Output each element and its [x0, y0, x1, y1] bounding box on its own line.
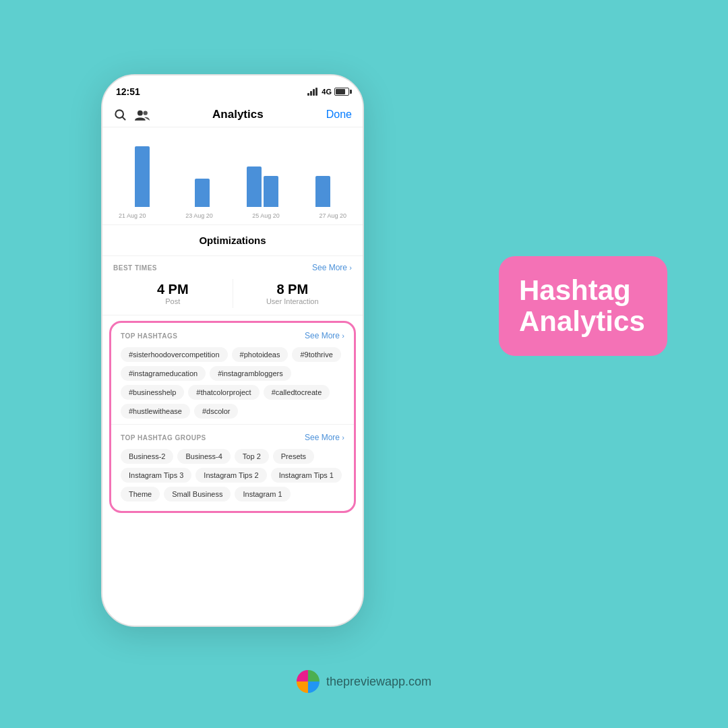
- phone-mockup: 12:51 4G: [101, 74, 364, 627]
- chart-label-3: 25 Aug 20: [252, 212, 280, 219]
- group-item[interactable]: Presets: [273, 449, 314, 464]
- top-hashtags-see-more[interactable]: See More ›: [305, 331, 344, 340]
- optimizations-title: Optimizations: [113, 235, 352, 246]
- hashtag-analytics-card: Hashtag Analytics: [499, 256, 667, 356]
- hashtag-item[interactable]: #dscolor: [194, 404, 239, 419]
- hashtag-analytics-line1: Hashtag: [519, 275, 647, 306]
- chart-label-1: 21 Aug 20: [119, 212, 146, 219]
- post-time-desc: Post: [113, 297, 233, 305]
- svg-point-3: [144, 111, 148, 115]
- group-item[interactable]: Instagram Tips 2: [195, 468, 266, 483]
- battery-icon: [334, 88, 349, 96]
- best-time-post: 4 PM Post: [113, 279, 233, 308]
- hashtag-item[interactable]: #sisterhoodovercompetition: [121, 347, 228, 362]
- top-hashtags-chevron: ›: [342, 332, 344, 340]
- svg-point-2: [138, 111, 143, 116]
- top-groups-section: TOP HASHTAG GROUPS See More › Business-2…: [111, 425, 354, 511]
- chart-bar-4: [315, 176, 330, 207]
- group-item[interactable]: Top 2: [235, 449, 269, 464]
- hashtag-item[interactable]: #9tothrive: [292, 347, 340, 362]
- top-groups-label: TOP HASHTAG GROUPS: [121, 434, 206, 442]
- group-item[interactable]: Instagram Tips 1: [271, 468, 342, 483]
- top-groups-see-more[interactable]: See More ›: [305, 433, 344, 442]
- network-label: 4G: [322, 88, 332, 96]
- status-icons: 4G: [307, 88, 349, 96]
- header-left-icons: [113, 108, 150, 121]
- hashtag-analytics-line2: Analytics: [519, 306, 647, 337]
- group-item[interactable]: Business-4: [177, 449, 230, 464]
- top-groups-chevron: ›: [342, 433, 344, 442]
- best-times-chevron: ›: [349, 264, 352, 272]
- chart-bar-1: [135, 146, 150, 207]
- svg-line-1: [123, 117, 125, 120]
- brand-logo-icon: [297, 670, 320, 693]
- top-groups-header: TOP HASHTAG GROUPS See More ›: [121, 433, 344, 442]
- chart-label-2: 23 Aug 20: [185, 212, 213, 219]
- brand-url: thepreviewapp.com: [326, 675, 431, 689]
- interaction-time-desc: User Interaction: [233, 297, 353, 305]
- group-item[interactable]: Theme: [121, 487, 160, 502]
- header-title: Analytics: [212, 108, 264, 121]
- done-button[interactable]: Done: [326, 109, 352, 121]
- hashtag-item[interactable]: #businesshelp: [121, 385, 184, 400]
- interaction-time-value: 8 PM: [233, 282, 353, 297]
- people-icon[interactable]: [135, 108, 150, 121]
- group-grid: Business-2 Business-4 Top 2 Presets Inst…: [121, 449, 344, 502]
- hashtag-item[interactable]: #calledtocreate: [264, 385, 330, 400]
- hashtag-item[interactable]: #instagrameducation: [121, 366, 206, 381]
- group-item[interactable]: Small Business: [164, 487, 231, 502]
- best-times-header: BEST TIMES See More ›: [113, 263, 352, 272]
- group-item[interactable]: Business-2: [121, 449, 173, 464]
- pink-highlight-section: TOP HASHTAGS See More › #sisterhoodoverc…: [109, 321, 356, 513]
- signal-icon: [307, 88, 317, 96]
- post-time-value: 4 PM: [113, 282, 233, 297]
- top-hashtags-label: TOP HASHTAGS: [121, 332, 177, 340]
- phone-time: 12:51: [116, 86, 140, 97]
- hashtag-item[interactable]: #photoideas: [232, 347, 289, 362]
- hashtag-item[interactable]: #instagrambloggers: [210, 366, 291, 381]
- hashtag-item[interactable]: #thatcolorproject: [188, 385, 259, 400]
- chart-label-4: 27 Aug 20: [319, 212, 346, 219]
- top-hashtags-header: TOP HASHTAGS See More ›: [121, 331, 344, 340]
- chart-bar-2: [195, 179, 210, 207]
- best-times-see-more[interactable]: See More ›: [312, 263, 352, 272]
- hashtag-item[interactable]: #hustlewithease: [121, 404, 190, 419]
- chart-bar-3a: [247, 166, 262, 207]
- app-header: Analytics Done: [102, 102, 363, 127]
- best-time-interaction: 8 PM User Interaction: [233, 279, 353, 308]
- top-hashtags-section: TOP HASHTAGS See More › #sisterhoodoverc…: [111, 323, 354, 425]
- search-icon[interactable]: [113, 108, 127, 121]
- bottom-branding: thepreviewapp.com: [297, 670, 431, 693]
- best-times-grid: 4 PM Post 8 PM User Interaction: [113, 279, 352, 308]
- group-item[interactable]: Instagram Tips 3: [121, 468, 191, 483]
- group-item[interactable]: Instagram 1: [235, 487, 290, 502]
- chart-labels: 21 Aug 20 23 Aug 20 25 Aug 20 27 Aug 20: [113, 212, 352, 219]
- best-times-section: BEST TIMES See More › 4 PM Post 8 PM Use…: [102, 256, 363, 315]
- page-wrapper: 12:51 4G: [0, 0, 728, 728]
- status-bar: 12:51 4G: [102, 75, 363, 102]
- chart-area: 21 Aug 20 23 Aug 20 25 Aug 20 27 Aug 20: [102, 127, 363, 225]
- best-times-label: BEST TIMES: [113, 264, 157, 272]
- chart-bar-3b: [264, 176, 278, 207]
- chart-bars: [113, 135, 352, 210]
- optimizations-section: Optimizations: [102, 225, 363, 256]
- hashtag-grid: #sisterhoodovercompetition #photoideas #…: [121, 347, 344, 419]
